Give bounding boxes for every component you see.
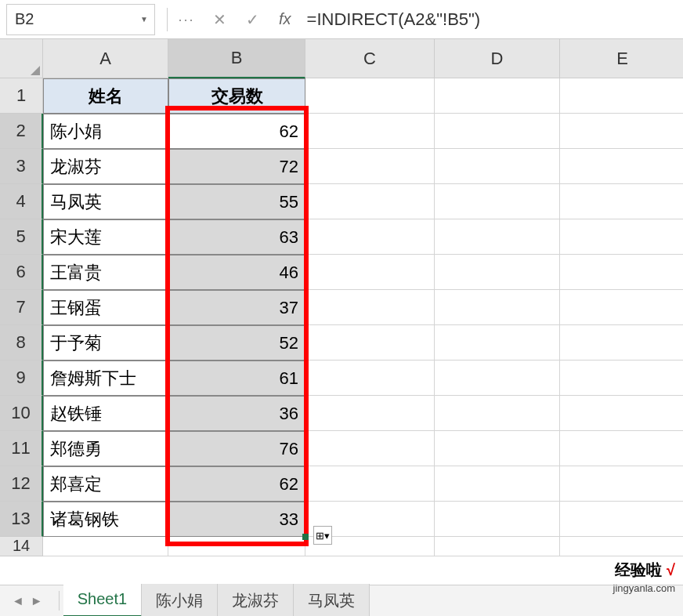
cell[interactable] [305,149,435,184]
cell[interactable] [305,219,435,255]
sheet-tab-0[interactable]: Sheet1 [63,584,142,616]
autofill-options-icon[interactable]: ⊞▾ [313,526,332,545]
cell[interactable] [305,114,435,149]
chevron-down-icon[interactable]: ▼ [140,15,148,24]
sheet-tab-2[interactable]: 龙淑芬 [218,584,294,616]
cell[interactable] [435,431,560,466]
accept-icon[interactable]: ✓ [246,10,259,29]
cell[interactable] [560,219,683,255]
column-header-B[interactable]: B [168,39,305,78]
cell[interactable] [435,290,560,325]
row-header-12[interactable]: 12 [0,466,43,502]
cell[interactable] [435,325,560,361]
cell[interactable] [435,361,560,396]
name-cell[interactable]: 陈小娟 [43,114,168,149]
name-cell[interactable]: 赵铁锤 [43,396,168,431]
value-cell[interactable]: 72 [168,149,305,184]
cell[interactable] [168,537,305,556]
row-header-9[interactable]: 9 [0,361,43,396]
value-cell[interactable]: 46 [168,255,305,290]
row-header-4[interactable]: 4 [0,184,43,219]
row-header-8[interactable]: 8 [0,325,43,361]
name-cell[interactable]: 王富贵 [43,255,168,290]
tab-next-icon[interactable]: ► [31,594,43,608]
cell[interactable] [305,290,435,325]
cell[interactable] [560,361,683,396]
value-cell[interactable]: 62 [168,466,305,502]
row-header-1[interactable]: 1 [0,78,43,114]
row-header-3[interactable]: 3 [0,149,43,184]
name-cell[interactable]: 郑喜定 [43,466,168,502]
column-header-C[interactable]: C [305,39,435,78]
name-cell[interactable]: 宋大莲 [43,219,168,255]
value-cell[interactable]: 76 [168,431,305,466]
cell[interactable] [305,466,435,502]
cell[interactable] [560,184,683,219]
row-header-7[interactable]: 7 [0,290,43,325]
cell[interactable] [560,466,683,502]
column-header-E[interactable]: E [560,39,683,78]
cell[interactable] [435,184,560,219]
name-cell[interactable]: 郑德勇 [43,431,168,466]
cell[interactable] [560,325,683,361]
tab-prev-icon[interactable]: ◄ [12,594,24,608]
cell[interactable] [560,290,683,325]
cell[interactable] [435,149,560,184]
cell[interactable] [560,537,683,556]
selection-handle[interactable] [302,534,309,540]
name-cell[interactable]: 于予菊 [43,325,168,361]
header-name[interactable]: 姓名 [43,78,168,114]
name-cell[interactable]: 龙淑芬 [43,149,168,184]
sheet-tab-1[interactable]: 陈小娟 [142,584,218,616]
cell[interactable] [435,502,560,537]
cell[interactable] [305,78,435,114]
name-box[interactable]: B2 ▼ [6,4,155,35]
cell[interactable] [560,149,683,184]
cell[interactable] [305,184,435,219]
column-header-D[interactable]: D [435,39,560,78]
row-header-5[interactable]: 5 [0,219,43,255]
value-cell[interactable]: 63 [168,219,305,255]
name-cell[interactable]: 马凤英 [43,184,168,219]
value-cell[interactable]: 61 [168,361,305,396]
cell[interactable] [560,78,683,114]
name-cell[interactable]: 诸葛钢铁 [43,502,168,537]
cell[interactable] [560,431,683,466]
cell[interactable] [305,325,435,361]
row-header-2[interactable]: 2 [0,114,43,149]
cell[interactable] [435,255,560,290]
row-header-10[interactable]: 10 [0,396,43,431]
row-header-14[interactable]: 14 [0,537,43,556]
row-header-13[interactable]: 13 [0,502,43,537]
value-cell[interactable]: 36 [168,396,305,431]
name-cell[interactable]: 詹姆斯下士 [43,361,168,396]
row-header-6[interactable]: 6 [0,255,43,290]
cells-area[interactable]: 姓名交易数陈小娟62龙淑芬72马凤英55宋大莲63王富贵46王钢蛋37于予菊52… [43,78,683,556]
sheet-tab-3[interactable]: 马凤英 [294,584,370,616]
more-icon[interactable]: ⋮ [177,13,196,27]
fx-icon[interactable]: fx [279,10,291,28]
cell[interactable] [435,219,560,255]
select-all-corner[interactable] [0,39,43,78]
formula-input[interactable]: =INDIRECT(A2&"!B5") [291,9,683,30]
value-cell[interactable]: 55 [168,184,305,219]
cell[interactable] [305,361,435,396]
cell[interactable] [305,396,435,431]
cancel-icon[interactable]: ✕ [213,10,226,29]
cell[interactable] [435,114,560,149]
cell[interactable] [305,431,435,466]
cell[interactable] [435,78,560,114]
value-cell[interactable]: 33 [168,502,305,537]
value-cell[interactable]: 62 [168,114,305,149]
cell[interactable] [560,114,683,149]
value-cell[interactable]: 52 [168,325,305,361]
cell[interactable] [435,466,560,502]
column-header-A[interactable]: A [43,39,168,78]
header-value[interactable]: 交易数 [168,78,305,114]
value-cell[interactable]: 37 [168,290,305,325]
cell[interactable] [43,537,168,556]
cell[interactable] [560,255,683,290]
cell[interactable] [560,502,683,537]
row-header-11[interactable]: 11 [0,431,43,466]
name-cell[interactable]: 王钢蛋 [43,290,168,325]
